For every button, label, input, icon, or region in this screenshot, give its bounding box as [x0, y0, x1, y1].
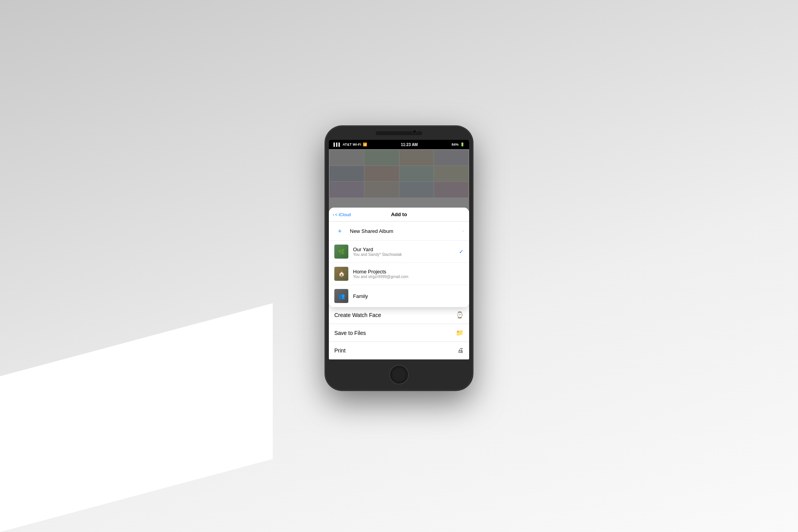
carrier-label: AT&T Wi-Fi — [343, 143, 361, 146]
album-thumbnail-family: 👥 — [334, 289, 348, 303]
new-shared-album-item[interactable]: ＋ New Shared Album › — [329, 222, 469, 241]
home-projects-subtitle: You and strgzr9999@gmail.com — [353, 275, 464, 279]
home-projects-text: Home Projects You and strgzr9999@gmail.c… — [353, 269, 464, 279]
phone-device: ▌▌▌ AT&T Wi-Fi 📶 11:23 AM 84% 🔋 — [325, 126, 473, 391]
family-label: Family — [353, 293, 464, 299]
status-bar: ▌▌▌ AT&T Wi-Fi 📶 11:23 AM 84% 🔋 — [329, 140, 469, 149]
front-camera — [413, 130, 417, 134]
dropdown-title: Add to — [391, 211, 407, 217]
menu-item-print[interactable]: Print 🖨 — [329, 342, 469, 359]
white-surface — [0, 303, 273, 532]
album-item-home-projects[interactable]: 🏠 Home Projects You and strgzr9999@gmail… — [329, 263, 469, 285]
album-item-our-yard[interactable]: 🌿 Our Yard You and Sandy* Stachowiak ✓ — [329, 241, 469, 263]
our-yard-label: Our Yard — [353, 247, 454, 252]
chevron-right-icon: › — [462, 229, 464, 233]
album-item-family[interactable]: 👥 Family — [329, 285, 469, 307]
family-text: Family — [353, 293, 464, 299]
checkmark-icon: ✓ — [459, 248, 464, 255]
our-yard-subtitle: You and Sandy* Stachowiak — [353, 252, 454, 257]
dropdown-header: ‹ < iCloud Add to — [329, 208, 469, 222]
chevron-left-icon: ‹ — [333, 212, 334, 217]
status-left: ▌▌▌ AT&T Wi-Fi 📶 — [334, 143, 367, 146]
album-thumbnail-home-projects: 🏠 — [334, 267, 348, 281]
share-sheet-panel: 2 Photos Selected Options > ✕ Add to Alb… — [329, 208, 469, 359]
album-thumbnail-our-yard: 🌿 — [334, 245, 348, 259]
add-to-dropdown: ‹ < iCloud Add to ＋ New Shared Album › — [329, 208, 469, 307]
status-time: 11:23 AM — [401, 143, 418, 147]
menu-item-create-watch-face[interactable]: Create Watch Face ⌚ — [329, 306, 469, 324]
status-right: 84% 🔋 — [452, 143, 464, 146]
our-yard-text: Our Yard You and Sandy* Stachowiak — [353, 247, 454, 257]
phone-body: ▌▌▌ AT&T Wi-Fi 📶 11:23 AM 84% 🔋 — [325, 126, 473, 391]
phone-screen: ▌▌▌ AT&T Wi-Fi 📶 11:23 AM 84% 🔋 — [329, 140, 469, 359]
wifi-icon: 📶 — [363, 143, 367, 146]
home-button[interactable] — [389, 365, 409, 384]
plus-icon: ＋ — [334, 225, 345, 236]
dropdown-back-button[interactable]: ‹ < iCloud — [333, 212, 351, 217]
battery-icon: 🔋 — [460, 143, 464, 146]
back-label: < iCloud — [335, 212, 351, 217]
menu-item-save-to-files[interactable]: Save to Files 📁 — [329, 324, 469, 342]
home-projects-label: Home Projects — [353, 269, 464, 275]
battery-label: 84% — [452, 143, 459, 146]
new-shared-album-text: New Shared Album — [350, 228, 457, 234]
new-shared-album-label: New Shared Album — [350, 228, 457, 234]
signal-bars: ▌▌▌ — [334, 143, 341, 146]
